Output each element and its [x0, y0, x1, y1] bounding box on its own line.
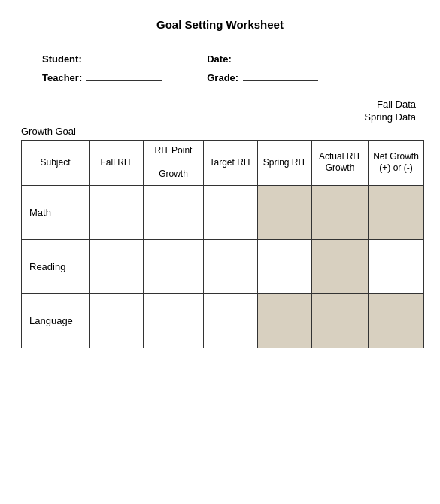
reading-net-growth [369, 239, 424, 293]
page: Goal Setting Worksheet Student: Teacher:… [0, 0, 440, 504]
header-fall-rit: Fall RIT [90, 141, 144, 186]
math-target-rit [204, 185, 258, 239]
header-rit-point-growth: RIT PointGrowth [144, 141, 204, 186]
teacher-row: Teacher: [42, 71, 162, 83]
spring-data-label: Spring Data [364, 111, 416, 123]
language-net-growth [369, 293, 424, 348]
growth-goal-label: Growth Goal [21, 126, 419, 137]
page-title: Goal Setting Worksheet [21, 18, 419, 31]
student-row: Student: [42, 52, 162, 65]
reading-fall-rit [90, 239, 144, 293]
student-label: Student: [42, 53, 82, 65]
math-actual-rit-growth [312, 185, 369, 239]
reading-spring-rit [258, 239, 312, 293]
date-input[interactable] [236, 52, 319, 62]
right-fields: Date: Grade: [207, 52, 319, 83]
date-row: Date: [207, 52, 319, 65]
reading-rit-point-growth [144, 239, 204, 293]
subject-math: Math [22, 185, 90, 239]
subject-reading: Reading [22, 239, 90, 293]
header-target-rit: Target RIT [204, 141, 258, 186]
subject-language: Language [22, 293, 90, 348]
table-row: Math [22, 185, 424, 239]
teacher-input[interactable] [86, 71, 162, 81]
student-input[interactable] [86, 52, 162, 62]
table-row: Language [22, 293, 424, 348]
math-net-growth [369, 185, 424, 239]
form-fields: Student: Teacher: Date: Grade: [21, 52, 419, 83]
legend-area: Fall Data Spring Data [21, 99, 419, 124]
left-fields: Student: Teacher: [42, 52, 162, 83]
header-actual-rit-growth: Actual RIT Growth [312, 141, 369, 186]
reading-target-rit [204, 239, 258, 293]
header-spring-rit: Spring RIT [258, 141, 312, 186]
math-rit-point-growth [144, 185, 204, 239]
teacher-label: Teacher: [42, 72, 82, 83]
fall-data-label: Fall Data [377, 99, 416, 110]
header-subject: Subject [22, 141, 90, 186]
table-wrapper: Subject Fall RIT RIT PointGrowth Target … [21, 140, 419, 348]
data-table: Subject Fall RIT RIT PointGrowth Target … [21, 140, 424, 348]
language-actual-rit-growth [312, 293, 369, 348]
grade-row: Grade: [207, 71, 319, 83]
header-net-growth: Net Growth (+) or (-) [369, 141, 424, 186]
table-row: Reading [22, 239, 424, 293]
header-row: Subject Fall RIT RIT PointGrowth Target … [22, 141, 424, 186]
language-rit-point-growth [144, 293, 204, 348]
grade-label: Grade: [207, 72, 238, 83]
math-fall-rit [90, 185, 144, 239]
date-label: Date: [207, 53, 232, 65]
language-spring-rit [258, 293, 312, 348]
grade-input[interactable] [243, 71, 318, 81]
language-fall-rit [90, 293, 144, 348]
reading-actual-rit-growth [312, 239, 369, 293]
language-target-rit [204, 293, 258, 348]
math-spring-rit [258, 185, 312, 239]
